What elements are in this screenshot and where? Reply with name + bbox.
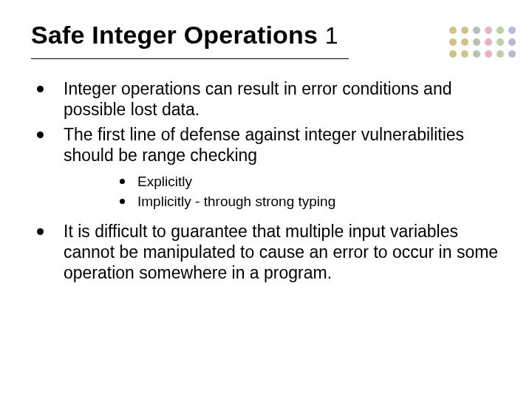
title-underline bbox=[31, 58, 349, 59]
sub-bullet-text: Explicitly bbox=[137, 174, 192, 189]
slide-title: Safe Integer Operations 1 bbox=[31, 21, 338, 57]
bullet-list: Integer operations can result in error c… bbox=[31, 78, 501, 283]
bullet-item: The first line of defense against intege… bbox=[31, 124, 501, 210]
title-number: 1 bbox=[325, 22, 338, 49]
bullet-text: It is difficult to guarantee that multip… bbox=[64, 222, 498, 282]
slide-body: Integer operations can result in error c… bbox=[31, 78, 501, 283]
bullet-item: It is difficult to guarantee that multip… bbox=[31, 221, 501, 283]
sub-bullet-list: Explicitly Implicitly - through strong t… bbox=[115, 173, 501, 210]
bullet-text: Integer operations can result in error c… bbox=[64, 79, 451, 119]
sub-bullet-text: Implicitly - through strong typing bbox=[137, 194, 335, 209]
bullet-text: The first line of defense against intege… bbox=[64, 125, 464, 165]
title-main: Safe Integer Operations bbox=[31, 21, 318, 49]
sub-bullet-item: Implicitly - through strong typing bbox=[115, 193, 501, 210]
sub-bullet-item: Explicitly bbox=[115, 173, 501, 190]
slide: Safe Integer Operations 1 Integer operat… bbox=[0, 0, 532, 399]
title-block: Safe Integer Operations 1 bbox=[31, 21, 501, 59]
bullet-item: Integer operations can result in error c… bbox=[31, 78, 501, 120]
